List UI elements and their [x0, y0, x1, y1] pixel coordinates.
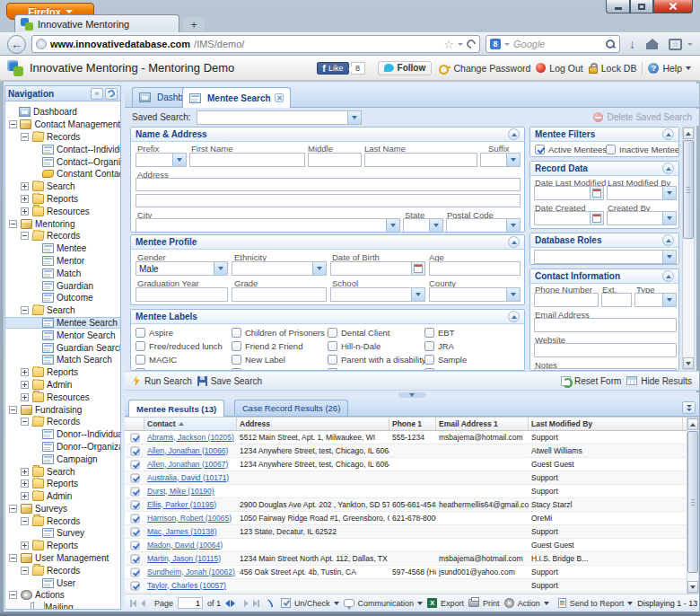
collapse-section-icon[interactable] — [508, 128, 520, 140]
nav-item-donor-organization[interactable]: Donor--Organization — [5, 441, 120, 453]
nav-item-admin[interactable]: Admin — [5, 379, 120, 392]
graduation-year-input[interactable] — [136, 287, 228, 302]
checkbox-checked-icon[interactable] — [130, 500, 139, 509]
page-number-input[interactable] — [178, 597, 203, 609]
nav-item-reports[interactable]: Reports — [5, 540, 120, 552]
cell-contact[interactable]: Martin, Jason (10115) — [144, 552, 237, 566]
close-button[interactable] — [653, 0, 693, 13]
downloads-icon[interactable]: ↓ — [629, 38, 635, 50]
cell-contact[interactable]: Australia, David (10171) — [144, 471, 237, 485]
nav-item-match[interactable]: Match — [5, 267, 120, 279]
mentee-label-checkbox[interactable]: Dental Client — [328, 326, 424, 339]
collapse-section-icon[interactable] — [662, 128, 674, 140]
cell-contact[interactable]: Allen, Jonathan (10067) — [144, 458, 237, 471]
dob-date-field[interactable] — [330, 261, 425, 276]
address-line1-input[interactable] — [136, 178, 521, 191]
expand-icon[interactable] — [21, 195, 29, 203]
dropdown-trigger-icon[interactable] — [312, 262, 326, 275]
nav-item-search[interactable]: Search — [5, 180, 120, 193]
table-row[interactable]: Sundheim, Jonah (10062)456 Oak Street Ap… — [125, 566, 699, 579]
scroll-down-icon[interactable] — [687, 581, 698, 593]
checkbox-checked-icon[interactable] — [130, 460, 139, 469]
cell-contact[interactable]: Harrison, Robert (10065) — [144, 512, 237, 525]
run-search-button[interactable]: Run Search — [132, 375, 192, 386]
tab-mentee-search[interactable]: Mentee Search — [182, 87, 291, 108]
nav-item-reports[interactable]: Reports — [5, 366, 120, 379]
table-row[interactable]: Allen, Jonathan (10067)1234 Anywhere Str… — [125, 458, 699, 471]
city-select[interactable] — [136, 218, 400, 233]
row-checkbox[interactable] — [125, 512, 144, 525]
collapse-icon[interactable] — [21, 567, 29, 575]
calendar-icon[interactable] — [590, 187, 603, 199]
maximize-button[interactable] — [630, 0, 653, 13]
mentee-label-checkbox[interactable]: New Label — [232, 353, 328, 366]
contact-link[interactable]: Durst, Mike (10190) — [147, 487, 214, 496]
dropdown-trigger-icon[interactable] — [506, 288, 520, 301]
next-page-button[interactable] — [244, 600, 249, 607]
prev-page-button[interactable] — [141, 600, 145, 607]
middle-input[interactable] — [308, 153, 362, 167]
address-line2-input[interactable] — [136, 194, 521, 207]
search-icon[interactable] — [605, 39, 616, 49]
dropdown-trigger-icon[interactable] — [662, 212, 676, 224]
dropdown-trigger-icon[interactable] — [386, 219, 399, 232]
mentee-label-checkbox[interactable]: JRA — [424, 339, 521, 353]
checkbox-icon[interactable] — [136, 355, 145, 365]
collapse-section-icon[interactable] — [662, 234, 674, 246]
county-select[interactable] — [429, 287, 521, 302]
checkbox-checked-icon[interactable] — [130, 473, 139, 482]
nav-item-mentor[interactable]: Mentor — [5, 255, 120, 268]
collapse-section-icon[interactable] — [508, 311, 520, 322]
calendar-icon[interactable] — [411, 262, 424, 275]
twitter-follow-button[interactable]: Follow — [378, 61, 433, 75]
scrollbar-thumb[interactable] — [683, 140, 694, 239]
table-row[interactable]: Australia, David (10171)Support — [125, 471, 699, 485]
first-name-input[interactable] — [189, 153, 305, 167]
row-checkbox[interactable] — [125, 458, 144, 471]
delete-saved-search-button[interactable]: Delete Saved Search — [593, 112, 692, 122]
database-roles-select[interactable] — [534, 250, 677, 264]
mentee-label-checkbox[interactable]: Hill-n-Dale — [328, 339, 424, 353]
expand-icon[interactable] — [21, 368, 29, 376]
bookmarks-dropdown-icon[interactable] — [687, 43, 693, 46]
search-box[interactable]: 8 Google — [486, 35, 620, 53]
nav-item-records[interactable]: Records — [5, 230, 120, 242]
column-header-contact[interactable]: Contact — [144, 418, 237, 430]
inactive-mentees-checkbox[interactable]: Inactive Mentees — [606, 145, 679, 154]
dropdown-trigger-icon[interactable] — [347, 111, 361, 124]
scroll-up-icon[interactable] — [683, 128, 694, 139]
collapse-section-icon[interactable] — [508, 236, 520, 248]
form-scrollbar[interactable] — [682, 127, 695, 370]
expand-icon[interactable] — [21, 182, 29, 190]
collapse-icon[interactable] — [21, 517, 29, 525]
expand-icon[interactable] — [21, 393, 29, 401]
collapse-icon[interactable] — [21, 306, 29, 314]
prefix-select[interactable] — [136, 153, 187, 167]
cell-contact[interactable]: Taylor, Charles (10057) — [144, 579, 237, 593]
collapse-icon[interactable] — [9, 554, 17, 562]
checkbox-checked-icon[interactable] — [130, 568, 139, 576]
row-checkbox[interactable] — [125, 431, 144, 444]
expand-icon[interactable] — [21, 492, 29, 500]
nav-item-contact-management[interactable]: Contact Management — [5, 119, 120, 131]
first-page-button[interactable] — [130, 600, 136, 607]
save-search-button[interactable]: Save Search — [197, 376, 262, 386]
reload-icon[interactable] — [465, 38, 477, 50]
dropdown-trigger-icon[interactable] — [662, 294, 676, 306]
row-checkbox[interactable] — [125, 579, 144, 593]
nav-item-outcome[interactable]: Outcome — [5, 292, 120, 304]
nav-item-surveys[interactable]: Surveys — [5, 503, 120, 515]
row-checkbox[interactable] — [125, 552, 144, 566]
cell-contact[interactable]: Abrams, Jackson (10205) — [144, 431, 237, 444]
table-row[interactable]: Martin, Jason (10115)1234 Main Street No… — [125, 552, 699, 566]
help-menu[interactable]: ? Help — [648, 63, 691, 74]
table-row[interactable]: Harrison, Robert (10065)1050 Fairway Rid… — [125, 512, 699, 525]
tab-mentee-results[interactable]: Mentee Results (13) — [128, 400, 224, 417]
nav-item-resources[interactable]: Resources — [5, 391, 120, 403]
nav-item-reports[interactable]: Reports — [5, 478, 120, 490]
collapse-section-icon[interactable] — [662, 270, 674, 282]
nav-item-survey[interactable]: Survey — [5, 527, 120, 540]
contact-link[interactable]: Harrison, Robert (10065) — [147, 514, 232, 523]
collapse-section-icon[interactable] — [662, 163, 674, 174]
send-to-report-button[interactable]: Send to Report — [558, 598, 634, 608]
